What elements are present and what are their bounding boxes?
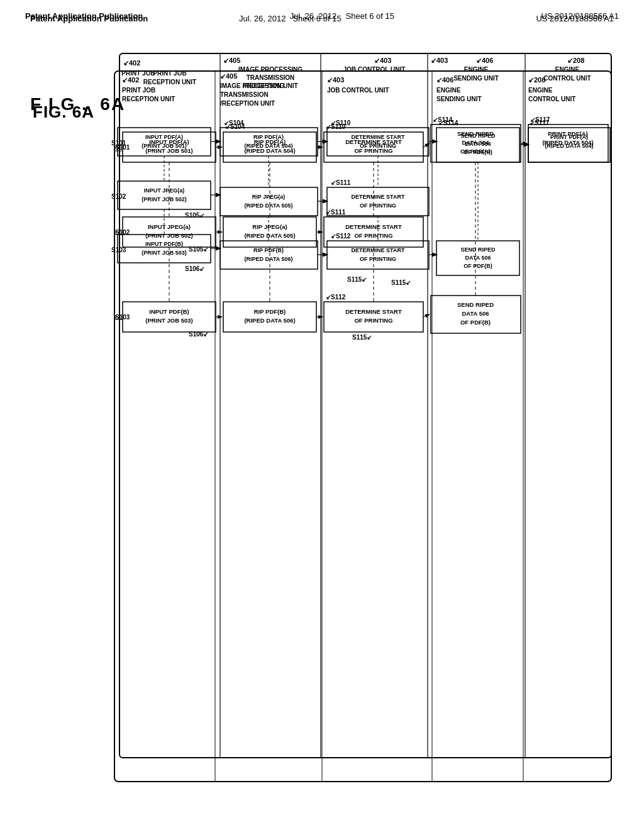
sheet-label: Sheet 6 of 15: [292, 14, 341, 23]
svg-text:↙S110: ↙S110: [326, 123, 346, 130]
svg-text:OF PDF(B): OF PDF(B): [460, 319, 491, 326]
svg-text:↙S111: ↙S111: [326, 209, 346, 216]
svg-text:S101: S101: [115, 144, 130, 151]
svg-text:↙403: ↙403: [374, 57, 391, 64]
svg-text:S105↙: S105↙: [189, 246, 208, 253]
svg-text:PRINT JOB: PRINT JOB: [153, 70, 186, 77]
svg-text:RIP JPEG(a): RIP JPEG(a): [252, 223, 287, 230]
svg-text:ENGINE: ENGINE: [555, 66, 580, 73]
svg-text:↙S117: ↙S117: [530, 116, 550, 123]
svg-text:(PRINT JOB 501): (PRINT JOB 501): [145, 147, 193, 154]
patent-num: US 2012/0188566 A1: [536, 14, 614, 23]
svg-text:PRINT PDF(A): PRINT PDF(A): [548, 130, 587, 137]
svg-text:OF PRINTING: OF PRINTING: [354, 232, 392, 239]
main-diagram: ↙402 PRINT JOB PRINT JOB RECEPTION UNIT …: [88, 50, 616, 805]
svg-text:/RECEPTION UNIT: /RECEPTION UNIT: [243, 82, 297, 89]
svg-text:(PRINT JOB 502): (PRINT JOB 502): [145, 232, 193, 239]
svg-text:OF PDF(A): OF PDF(A): [460, 148, 491, 155]
svg-text:↙402: ↙402: [123, 59, 140, 67]
svg-line-166: [423, 143, 430, 147]
svg-text:↙406: ↙406: [476, 57, 493, 64]
svg-text:(RIPED DATA 506): (RIPED DATA 506): [244, 317, 295, 324]
svg-text:RIP PDF(A): RIP PDF(A): [254, 138, 286, 145]
svg-text:S115↙: S115↙: [352, 334, 372, 341]
svg-rect-89: [119, 53, 611, 758]
svg-text:(RIPED DATA 504): (RIPED DATA 504): [244, 147, 295, 154]
svg-text:DATA 506: DATA 506: [462, 310, 489, 317]
svg-text:DETERMINE START: DETERMINE START: [345, 138, 402, 145]
svg-text:↙S114: ↙S114: [433, 116, 453, 123]
svg-text:SEND RIPED: SEND RIPED: [457, 301, 494, 308]
svg-text:INPUT JPEG(a): INPUT JPEG(a): [148, 223, 191, 230]
svg-text:OF PRINTING: OF PRINTING: [354, 147, 392, 154]
svg-text:↙403: ↙403: [431, 57, 448, 64]
svg-text:(RIPED DATA 505): (RIPED DATA 505): [244, 232, 295, 239]
svg-text:CONTROL UNIT: CONTROL UNIT: [543, 75, 591, 82]
svg-text:SENDING UNIT: SENDING UNIT: [453, 75, 499, 82]
svg-text:TRANSMISSION: TRANSMISSION: [247, 74, 295, 81]
svg-text:↙S104: ↙S104: [225, 123, 245, 130]
svg-text:OF PRINTING: OF PRINTING: [354, 317, 392, 324]
date-sheet: Jul. 26, 2012 Sheet 6 of 15: [239, 14, 341, 23]
svg-text:↙208: ↙208: [567, 57, 584, 64]
svg-text:INPUT PDF(B): INPUT PDF(B): [149, 308, 189, 315]
svg-text:SEND RIPED: SEND RIPED: [457, 130, 494, 137]
svg-text:RIP PDF(B): RIP PDF(B): [254, 308, 286, 315]
svg-text:DATA 504: DATA 504: [462, 139, 489, 146]
pub-label: Patent Application Publication: [30, 14, 148, 23]
svg-text:S106↙: S106↙: [189, 331, 208, 338]
svg-text:↙405: ↙405: [223, 57, 240, 64]
svg-line-172: [423, 314, 430, 317]
svg-text:(PRINT JOB 503): (PRINT JOB 503): [145, 317, 193, 324]
svg-text:(RIPED DATA 504): (RIPED DATA 504): [542, 139, 593, 146]
svg-text:RECEPTION UNIT: RECEPTION UNIT: [143, 79, 196, 86]
svg-text:↙S112: ↙S112: [326, 294, 346, 301]
svg-text:PRINT JOB: PRINT JOB: [121, 70, 155, 77]
svg-text:JOB CONTROL UNIT: JOB CONTROL UNIT: [343, 66, 406, 73]
svg-text:INPUT PDF(A): INPUT PDF(A): [149, 138, 189, 145]
svg-text:DETERMINE START: DETERMINE START: [345, 308, 402, 315]
svg-text:IMAGE PROCESSING: IMAGE PROCESSING: [238, 66, 303, 73]
svg-text:ENGINE: ENGINE: [464, 66, 489, 73]
svg-text:DETERMINE START: DETERMINE START: [345, 223, 402, 230]
